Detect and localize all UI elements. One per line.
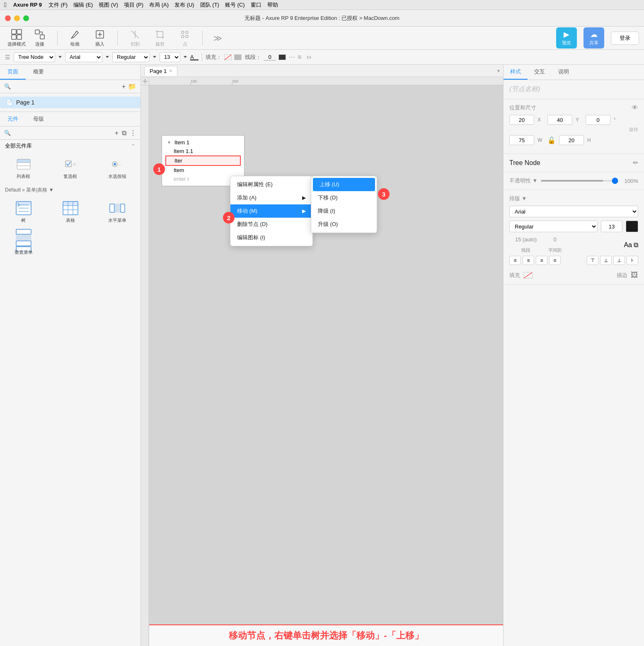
sidebar-search-input[interactable] — [13, 83, 119, 90]
font-name-select[interactable]: Arial — [509, 206, 638, 217]
comp-tree[interactable]: 树 — [0, 196, 47, 228]
menu-edit[interactable]: 编辑 (E) — [73, 1, 93, 9]
menu-view[interactable]: 视图 (V) — [99, 1, 118, 9]
ctx-edit-icon[interactable]: 编辑图标 (I) — [230, 231, 312, 244]
tree-item-editing[interactable]: Iter — [165, 155, 241, 166]
fill-swatch-color[interactable] — [234, 54, 242, 60]
connect-button[interactable]: 连接 — [31, 27, 49, 49]
comp-vmenu[interactable]: 垂直菜单 — [0, 228, 47, 260]
add-page-button[interactable]: + — [122, 83, 126, 90]
tab-interact[interactable]: 交互 — [528, 65, 552, 80]
maximize-button[interactable] — [23, 15, 29, 21]
typography-label[interactable]: 排版 ▼ — [509, 195, 638, 202]
style-select[interactable]: Regular — [112, 52, 150, 62]
menu-publish[interactable]: 发布 (U) — [174, 1, 194, 9]
comp-copy-button[interactable]: ⧉ — [122, 129, 126, 137]
lock-icon[interactable]: 🔓 — [547, 136, 556, 144]
text-copy-button[interactable]: ⧉ — [634, 241, 638, 249]
tree-item-1-1[interactable]: Item 1.1 — [165, 147, 241, 155]
apple-menu[interactable]:  — [4, 1, 7, 9]
font-color-block[interactable] — [626, 221, 638, 232]
submenu-move-down[interactable]: 下移 (D) — [311, 191, 377, 204]
style-name-select[interactable]: Regular — [509, 221, 598, 232]
canvas-tab-dropdown[interactable]: ▾ — [497, 68, 500, 74]
menu-project[interactable]: 项目 (P) — [124, 1, 143, 9]
menu-account[interactable]: 账号 (C) — [225, 1, 245, 9]
preview-button[interactable]: ▶ 预览 — [556, 27, 577, 49]
image-button[interactable]: 🖼 — [631, 271, 638, 279]
insert-button[interactable]: 插入 — [91, 27, 109, 49]
canvas-content[interactable]: ▼ Item 1 Item 1.1 Iter Item enter t — [149, 85, 503, 646]
select-mode-button[interactable]: 选择模式 — [5, 27, 28, 49]
tab-notes[interactable]: 说明 — [552, 65, 576, 80]
add-folder-button[interactable]: 📁 — [128, 83, 136, 90]
align-justify[interactable]: ≡ — [549, 256, 561, 265]
tree-item-1[interactable]: ▼ Item 1 — [165, 138, 241, 147]
stroke-dash-button[interactable]: ⋯ — [288, 53, 295, 61]
line-spacing-value[interactable]: 15 (auto) — [509, 236, 542, 246]
comp-checkbox[interactable]: ☑ 复选框 — [47, 152, 94, 184]
canvas-tab-close-button[interactable]: × — [169, 68, 172, 74]
share-button[interactable]: ☁ 共享 — [583, 27, 604, 49]
stroke-style-button[interactable]: ≡ — [298, 53, 301, 61]
minimize-button[interactable] — [14, 15, 20, 21]
crop-button[interactable]: 裁剪 — [151, 27, 169, 49]
page-item-1[interactable]: 📄 Page 1 — [0, 97, 140, 108]
align-top[interactable]: ⊤ — [587, 256, 598, 265]
fill-swatch-empty[interactable] — [224, 54, 232, 60]
align-bottom[interactable]: ⊥ — [613, 256, 625, 265]
stroke-value-input[interactable] — [264, 54, 276, 61]
align-left[interactable]: ≡ — [509, 256, 521, 265]
more-tools-button[interactable]: ≫ — [211, 33, 225, 43]
font-select[interactable]: Arial — [65, 52, 102, 62]
align-stretch[interactable]: ⊦ — [627, 256, 638, 265]
rotation-input[interactable] — [586, 115, 610, 125]
fill-swatch-right[interactable] — [523, 272, 533, 279]
submenu-move-up[interactable]: 上移 (U) — [313, 178, 375, 191]
widget-edit-icon[interactable]: ✏ — [633, 159, 638, 167]
align-center[interactable]: ≡ — [523, 256, 534, 265]
visibility-icon[interactable]: 👁 — [632, 104, 638, 112]
comp-add-button[interactable]: + — [115, 129, 119, 137]
comp-hmeun[interactable]: 水平菜单 — [94, 196, 140, 228]
ctx-edit-props[interactable]: 编辑树属性 (E) — [230, 178, 312, 191]
align-right[interactable]: ≡ — [536, 256, 547, 265]
comp-table[interactable]: 表格 — [47, 196, 94, 228]
tab-pages[interactable]: 页面 — [0, 65, 26, 80]
draw-button[interactable]: 绘画 — [66, 27, 84, 49]
submenu-promote[interactable]: 升级 (O) — [311, 218, 377, 231]
menu-layout[interactable]: 布局 (A) — [149, 1, 169, 9]
cut-button[interactable]: 切割 — [126, 27, 144, 49]
canvas-tab-page1[interactable]: Page 1 × — [144, 66, 177, 76]
tab-components[interactable]: 元件 — [0, 112, 26, 126]
char-spacing-value[interactable]: 0 — [547, 236, 563, 246]
tree-item-enter[interactable]: enter t — [165, 175, 241, 183]
y-input[interactable] — [547, 115, 572, 125]
menu-team[interactable]: 团队 (T) — [200, 1, 219, 9]
comp-listbox[interactable]: 列表框 — [0, 152, 47, 184]
h-input[interactable] — [559, 135, 584, 145]
menu-window[interactable]: 窗口 — [251, 1, 261, 9]
opacity-slider[interactable] — [541, 180, 618, 182]
size-select[interactable]: 13 — [160, 52, 180, 62]
more-format-button[interactable]: ›› — [306, 53, 311, 61]
tree-item-2[interactable]: Item — [165, 166, 241, 175]
comp-more-button[interactable]: ⋮ — [130, 129, 136, 137]
comp-section-default[interactable]: Default » 菜单|表格 ▼ — [0, 184, 140, 196]
align-middle[interactable]: ⊥ — [600, 256, 612, 265]
font-size-input[interactable] — [601, 221, 622, 232]
comp-search-input[interactable] — [13, 130, 112, 136]
tab-masters[interactable]: 母版 — [26, 112, 51, 126]
close-button[interactable] — [5, 15, 11, 21]
menu-file[interactable]: 文件 (F) — [48, 1, 68, 9]
submenu-demote[interactable]: 降级 (I) — [311, 204, 377, 218]
ctx-delete[interactable]: 删除节点 (D) — [230, 218, 312, 231]
menu-help[interactable]: 帮助 — [267, 1, 278, 9]
comp-radio[interactable]: ○ 水选按钮 — [94, 152, 140, 184]
point-button[interactable]: 点 — [176, 27, 194, 49]
ctx-add[interactable]: 添加 (A) ▶ — [230, 191, 312, 204]
widget-type-select[interactable]: Tree Node — [14, 52, 55, 62]
w-input[interactable] — [509, 135, 534, 145]
ctx-move[interactable]: 移动 (M) ▶ — [230, 204, 312, 218]
x-input[interactable] — [509, 115, 534, 125]
